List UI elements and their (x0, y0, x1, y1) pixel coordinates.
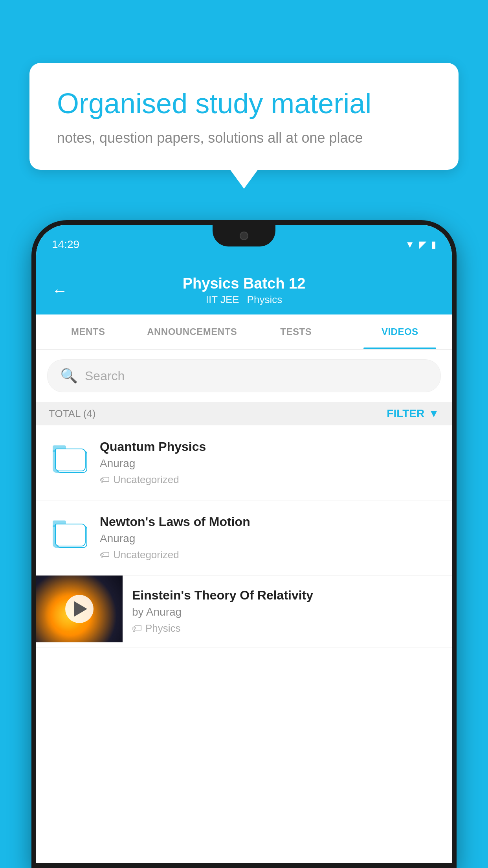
phone-frame: 14:29 ▼ ◤ ▮ ← Physics Batch 12 IIT JEE P… (31, 220, 457, 868)
filter-row: TOTAL (4) FILTER ▼ (36, 402, 452, 425)
video-title: Einstein's Theory Of Relativity (132, 588, 442, 603)
total-count: TOTAL (4) (49, 408, 95, 420)
list-item[interactable]: Einstein's Theory Of Relativity by Anura… (36, 576, 452, 647)
header-subtitle-iit: IIT JEE (206, 294, 239, 306)
phone-screen: 14:29 ▼ ◤ ▮ ← Physics Batch 12 IIT JEE P… (36, 225, 452, 863)
tag-text: Physics (145, 622, 181, 634)
tab-videos-label: VIDEOS (382, 326, 418, 337)
video-list: Quantum Physics Anurag 🏷 Uncategorized (36, 425, 452, 647)
bubble-subtitle: notes, question papers, solutions all at… (57, 130, 431, 146)
back-button[interactable]: ← (52, 282, 68, 300)
tabs-bar: MENTS ANNOUNCEMENTS TESTS VIDEOS (36, 314, 452, 350)
folder-icon (49, 515, 88, 554)
tab-tests[interactable]: TESTS (244, 314, 348, 349)
filter-button[interactable]: FILTER ▼ (387, 407, 439, 420)
header-subtitle: IIT JEE Physics (183, 294, 306, 306)
tag-icon: 🏷 (100, 549, 110, 561)
header-subtitle-physics: Physics (247, 294, 283, 306)
tab-ments-label: MENTS (71, 326, 105, 337)
tab-announcements[interactable]: ANNOUNCEMENTS (140, 314, 244, 349)
list-item[interactable]: Quantum Physics Anurag 🏷 Uncategorized (36, 425, 452, 500)
battery-icon: ▮ (431, 239, 436, 250)
signal-icon: ◤ (419, 239, 426, 250)
tab-ments[interactable]: MENTS (36, 314, 140, 349)
app-header: ← Physics Batch 12 IIT JEE Physics (36, 264, 452, 314)
play-button[interactable] (65, 595, 94, 623)
tag-icon: 🏷 (132, 622, 142, 634)
video-tag: 🏷 Physics (132, 622, 442, 634)
list-item[interactable]: Newton's Laws of Motion Anurag 🏷 Uncateg… (36, 500, 452, 576)
video-title: Newton's Laws of Motion (100, 515, 439, 529)
folder-icon (49, 440, 88, 479)
header-title: Physics Batch 12 (183, 275, 306, 292)
status-bar: 14:29 ▼ ◤ ▮ (36, 225, 452, 264)
tag-text: Uncategorized (113, 549, 179, 561)
tab-tests-label: TESTS (280, 326, 312, 337)
speech-bubble: Organised study material notes, question… (29, 63, 459, 170)
bubble-title: Organised study material (57, 86, 431, 120)
tag-text: Uncategorized (113, 474, 179, 486)
notch (213, 225, 275, 246)
header-center: Physics Batch 12 IIT JEE Physics (183, 275, 306, 306)
video-author: by Anurag (132, 606, 442, 618)
camera (240, 232, 248, 240)
search-bar[interactable]: 🔍 Search (47, 359, 441, 392)
video-info: Quantum Physics Anurag 🏷 Uncategorized (100, 440, 439, 486)
search-icon: 🔍 (60, 368, 78, 384)
filter-icon: ▼ (428, 407, 439, 420)
video-author: Anurag (100, 457, 439, 470)
tab-announcements-label: ANNOUNCEMENTS (147, 326, 237, 337)
video-info: Newton's Laws of Motion Anurag 🏷 Uncateg… (100, 515, 439, 561)
filter-label: FILTER (387, 407, 424, 420)
video-thumbnail (36, 576, 123, 642)
status-icons: ▼ ◤ ▮ (405, 239, 436, 250)
search-placeholder: Search (85, 369, 125, 383)
video-title: Quantum Physics (100, 440, 439, 454)
play-icon (74, 601, 87, 617)
wifi-icon: ▼ (405, 239, 415, 250)
tag-icon: 🏷 (100, 474, 110, 486)
video-author: Anurag (100, 532, 439, 545)
video-info: Einstein's Theory Of Relativity by Anura… (123, 576, 452, 647)
video-tag: 🏷 Uncategorized (100, 474, 439, 486)
video-tag: 🏷 Uncategorized (100, 549, 439, 561)
tab-videos[interactable]: VIDEOS (348, 314, 452, 349)
